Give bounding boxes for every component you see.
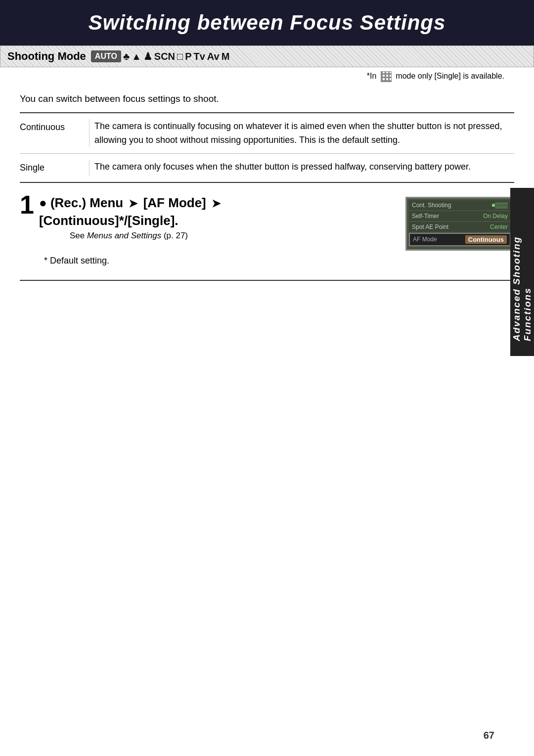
page-title: Switching between Focus Settings (20, 11, 514, 35)
step-content: 1 ● (Rec.) Menu ➤ [AF Mode] ➤ [Continuou… (20, 195, 391, 270)
cam-value-timer: On Delay (483, 213, 508, 220)
note-prefix: *In (367, 72, 377, 80)
step-title-rec: (Rec.) Menu (50, 195, 123, 210)
step-see-also: See Menus and Settings (p. 27) (70, 231, 222, 241)
side-tab: Advanced Shooting Functions (510, 188, 534, 356)
page-number: 67 (484, 730, 494, 741)
cam-label-timer: Self-Timer (412, 213, 439, 220)
step-af-mode: [AF Mode] (143, 195, 206, 210)
mode-icon-auto: AUTO (91, 50, 121, 62)
mode-icon-person: ♟ (143, 50, 152, 62)
def-continuous: The camera is continually focusing on wh… (89, 119, 514, 148)
shooting-mode-bar: Shooting Mode AUTO ♣ ▲ ♟ SCN □ P Tv Av M (0, 45, 534, 67)
default-note: * Default setting. (44, 256, 222, 266)
mode-icon-scn: SCN (154, 51, 175, 62)
step-arrow2: ➤ (212, 197, 221, 210)
def-single: The camera only focuses when the shutter… (89, 160, 514, 176)
cam-row-self-timer: Self-Timer On Delay (409, 211, 511, 221)
intro-text: You can switch between focus settings to… (0, 84, 534, 112)
step-arrow1: ➤ (129, 197, 137, 210)
see-also-italic: Menus and Settings (87, 231, 161, 240)
cam-row-cont-shooting: Cont. Shooting ■▒▒▒ (409, 200, 511, 210)
step-header: 1 ● (Rec.) Menu ➤ [AF Mode] ➤ [Continuou… (20, 195, 391, 267)
intro-paragraph: You can switch between focus settings to… (20, 92, 514, 106)
page-container: Switching between Focus Settings Shootin… (0, 0, 534, 756)
title-bar: Switching between Focus Settings (0, 0, 534, 45)
cam-value-spot: Center (490, 223, 508, 230)
table-row: Continuous The camera is continually foc… (20, 113, 514, 154)
step-subtitle: [Continuous]*/[Single]. (39, 213, 222, 229)
note-line: *In mode only [Single] is available. (0, 67, 534, 84)
mode-icon-m: M (222, 51, 230, 62)
cam-row-af-mode: AF Mode Continuous (409, 233, 511, 246)
step-number: 1 (20, 192, 34, 218)
mode-icon-av: Av (207, 51, 220, 62)
mode-icon-tv: Tv (194, 51, 205, 62)
grid-icon (381, 71, 392, 82)
shooting-mode-label: Shooting Mode (7, 50, 86, 63)
mode-icon-p: P (185, 51, 191, 62)
mode-icon-mountain: ▲ (132, 51, 141, 62)
term-continuous: Continuous (20, 119, 89, 148)
cam-row-spot-ae: Spot AE Point Center (409, 222, 511, 232)
side-tab-text: Advanced Shooting Functions (511, 203, 533, 341)
step-section: 1 ● (Rec.) Menu ➤ [AF Mode] ➤ [Continuou… (20, 195, 514, 281)
note-text: mode only [Single] is available. (396, 72, 504, 80)
camera-screen-mockup: Cont. Shooting ■▒▒▒ Self-Timer On Delay … (405, 197, 514, 251)
cam-label-spot: Spot AE Point (412, 223, 448, 230)
term-single: Single (20, 160, 89, 176)
cam-value-cont: ■▒▒▒ (491, 202, 508, 209)
mode-icons: AUTO ♣ ▲ ♟ SCN □ P Tv Av M (91, 50, 229, 62)
mode-icon-square: □ (177, 51, 183, 62)
cam-value-af: Continuous (465, 235, 507, 244)
focus-table: Continuous The camera is continually foc… (20, 112, 514, 183)
cam-label-af: AF Mode (413, 236, 437, 243)
table-row: Single The camera only focuses when the … (20, 154, 514, 182)
mode-icon-flower: ♣ (123, 51, 130, 62)
step-camera-icon: ● (39, 195, 47, 210)
step-text-block: ● (Rec.) Menu ➤ [AF Mode] ➤ [Continuous]… (39, 195, 222, 267)
step-title: ● (Rec.) Menu ➤ [AF Mode] ➤ (39, 195, 222, 212)
cam-label-cont: Cont. Shooting (412, 202, 451, 209)
